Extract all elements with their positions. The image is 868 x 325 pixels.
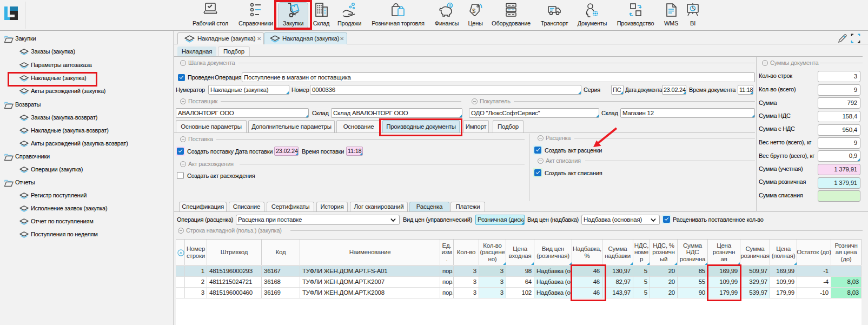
svg-text:$: $ [472,8,475,14]
